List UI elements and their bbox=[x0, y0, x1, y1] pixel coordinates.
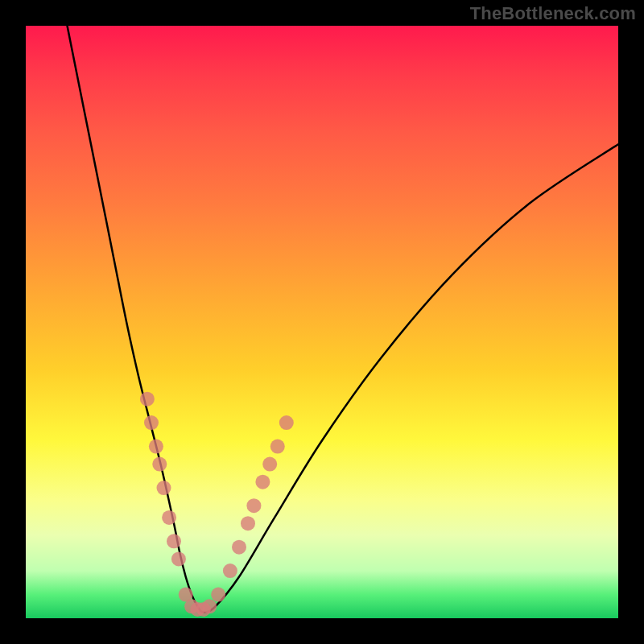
marker-group bbox=[140, 392, 294, 617]
data-marker bbox=[144, 415, 159, 430]
bottleneck-curve bbox=[68, 26, 619, 613]
data-marker bbox=[279, 415, 294, 430]
data-marker bbox=[171, 551, 186, 566]
data-marker bbox=[202, 599, 217, 613]
data-marker bbox=[157, 481, 171, 495]
data-marker bbox=[223, 564, 237, 578]
data-marker bbox=[149, 440, 163, 454]
data-marker bbox=[241, 516, 255, 530]
data-marker bbox=[167, 534, 181, 548]
plot-area bbox=[26, 26, 618, 618]
data-marker bbox=[232, 540, 246, 555]
data-marker bbox=[270, 440, 285, 454]
data-marker bbox=[255, 475, 270, 489]
data-marker bbox=[246, 498, 261, 513]
watermark-text: TheBottleneck.com bbox=[470, 3, 636, 24]
data-marker bbox=[262, 457, 277, 472]
data-marker bbox=[211, 588, 225, 602]
data-marker bbox=[140, 392, 155, 407]
data-marker bbox=[162, 510, 176, 525]
data-marker bbox=[152, 457, 167, 472]
bottleneck-chart-svg bbox=[26, 26, 618, 618]
chart-frame: TheBottleneck.com bbox=[0, 0, 644, 644]
